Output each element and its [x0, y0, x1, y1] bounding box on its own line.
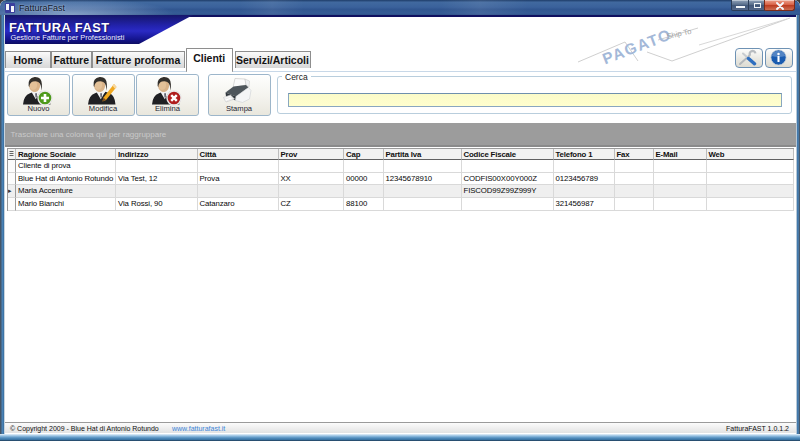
svg-text:Ship To: Ship To: [666, 27, 692, 41]
svg-text:PAGATO: PAGATO: [600, 25, 674, 67]
